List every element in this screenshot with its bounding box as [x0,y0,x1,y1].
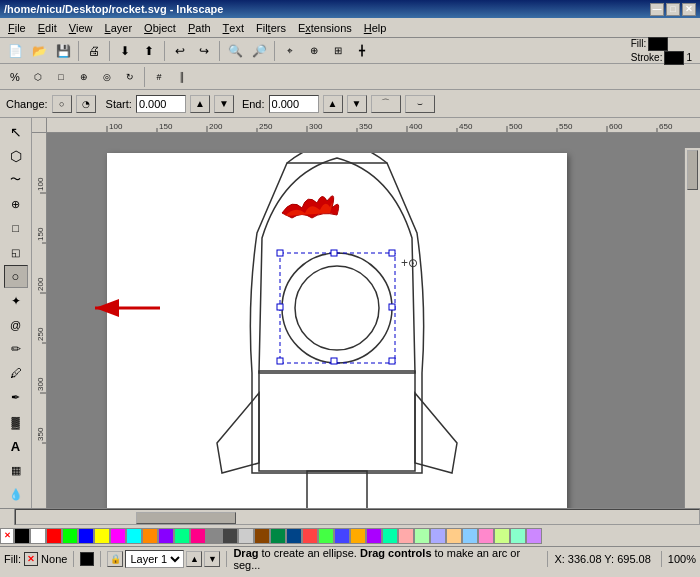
palette-rose[interactable] [190,528,206,544]
undo-button[interactable]: ↩ [169,40,191,62]
start-input[interactable] [136,95,186,113]
snap-midpoints-button[interactable]: ⊕ [73,66,95,88]
palette-teal[interactable] [270,528,286,544]
tool-bucket[interactable]: ▓ [4,410,28,433]
palette-aqua[interactable] [382,528,398,544]
menu-view[interactable]: View [63,18,99,37]
end-down-button[interactable]: ▼ [347,95,367,113]
stroke-swatch[interactable] [664,51,684,65]
ellipse-arc-button[interactable]: ◔ [76,95,96,113]
snap-rotation-button[interactable]: ↻ [119,66,141,88]
tool-star[interactable]: ✦ [4,289,28,312]
palette-none-button[interactable]: ✕ [0,528,14,544]
palette-mintgreen[interactable] [414,528,430,544]
end-input[interactable] [269,95,319,113]
zoom-out-button[interactable]: 🔎 [248,40,270,62]
tool-gradient[interactable]: ▦ [4,459,28,482]
tool-node[interactable]: ⬡ [4,144,28,167]
palette-orchid[interactable] [526,528,542,544]
palette-cyan[interactable] [126,528,142,544]
palette-black[interactable] [14,528,30,544]
menu-object[interactable]: Object [138,18,182,37]
palette-gray[interactable] [206,528,222,544]
palette-peach[interactable] [446,528,462,544]
stroke-status-swatch[interactable] [80,552,94,566]
menu-text[interactable]: Text [217,18,250,37]
palette-white[interactable] [30,528,46,544]
export-button[interactable]: ⬆ [138,40,160,62]
tool-select[interactable]: ↖ [4,120,28,143]
close-button[interactable]: ✕ [682,3,696,16]
zoom-in-button[interactable]: 🔍 [224,40,246,62]
snap-enable-button[interactable]: % [4,66,26,88]
snap-bbox-button[interactable]: □ [50,66,72,88]
start-up-button[interactable]: ▲ [190,95,210,113]
snap-guide-button[interactable]: ║ [171,66,193,88]
layer-selector[interactable]: Layer 1 [125,550,184,568]
palette-cornblue[interactable] [334,528,350,544]
menu-layer[interactable]: Layer [99,18,139,37]
menu-path[interactable]: Path [182,18,217,37]
maximize-button[interactable]: □ [666,3,680,16]
palette-yellow[interactable] [94,528,110,544]
tool-pen[interactable]: 🖊 [4,362,28,385]
menu-extensions[interactable]: Extensions [292,18,358,37]
tool-tweak[interactable]: 〜 [4,168,28,191]
tool-ellipse[interactable]: ○ [4,265,28,288]
palette-orange[interactable] [142,528,158,544]
layer-down-button[interactable]: ▼ [204,551,220,567]
fill-status-swatch[interactable]: ✕ [24,552,38,566]
hscrollbar[interactable] [15,509,700,525]
print-button[interactable]: 🖨 [83,40,105,62]
palette-pink[interactable] [398,528,414,544]
palette-seafoam[interactable] [510,528,526,544]
palette-purple[interactable] [158,528,174,544]
tool-calligraphy[interactable]: ✒ [4,386,28,409]
chord-button[interactable]: ⌣ [405,95,435,113]
start-down-button[interactable]: ▼ [214,95,234,113]
palette-navy[interactable] [286,528,302,544]
save-button[interactable]: 💾 [52,40,74,62]
hscroll-thumb[interactable] [136,512,236,524]
tool-pencil[interactable]: ✏ [4,338,28,361]
palette-red[interactable] [46,528,62,544]
palette-spring[interactable] [174,528,190,544]
tool-spiral[interactable]: @ [4,314,28,337]
palette-darkgray[interactable] [222,528,238,544]
arc-button[interactable]: ⌒ [371,95,401,113]
tool-zoom[interactable]: ⊕ [4,193,28,216]
menu-help[interactable]: Help [358,18,393,37]
new-button[interactable]: 📄 [4,40,26,62]
redo-button[interactable]: ↪ [193,40,215,62]
tool-rect[interactable]: □ [4,217,28,240]
ellipse-whole-button[interactable]: ○ [52,95,72,113]
palette-lavender[interactable] [430,528,446,544]
open-button[interactable]: 📂 [28,40,50,62]
palette-yellowgreen[interactable] [494,528,510,544]
palette-salmon[interactable] [302,528,318,544]
palette-green[interactable] [318,528,334,544]
vscroll-thumb[interactable] [687,150,698,190]
palette-blue[interactable] [78,528,94,544]
node-snap-button[interactable]: ⊕ [303,40,325,62]
palette-skyblue[interactable] [462,528,478,544]
menu-edit[interactable]: Edit [32,18,63,37]
layer-lock-button[interactable]: 🔒 [107,551,123,567]
palette-violet[interactable] [366,528,382,544]
canvas-wrapper[interactable]: 100 150 200 250 300 350 400 450 [32,118,700,508]
palette-amber[interactable] [350,528,366,544]
minimize-button[interactable]: — [650,3,664,16]
snap-grid-button[interactable]: # [148,66,170,88]
tool-eyedropper[interactable]: 💧 [4,483,28,506]
tool-text[interactable]: A [4,434,28,457]
fill-swatch[interactable] [648,37,668,51]
grid-snap-button[interactable]: ⊞ [327,40,349,62]
snap-nodes-button[interactable]: ⬡ [27,66,49,88]
import-button[interactable]: ⬇ [114,40,136,62]
layer-up-button[interactable]: ▲ [186,551,202,567]
drawing-canvas[interactable]: +⊙ [47,133,700,508]
snap-button[interactable]: ⌖ [279,40,301,62]
vscrollbar[interactable] [684,148,700,508]
menu-filters[interactable]: Filters [250,18,292,37]
menu-file[interactable]: File [2,18,32,37]
